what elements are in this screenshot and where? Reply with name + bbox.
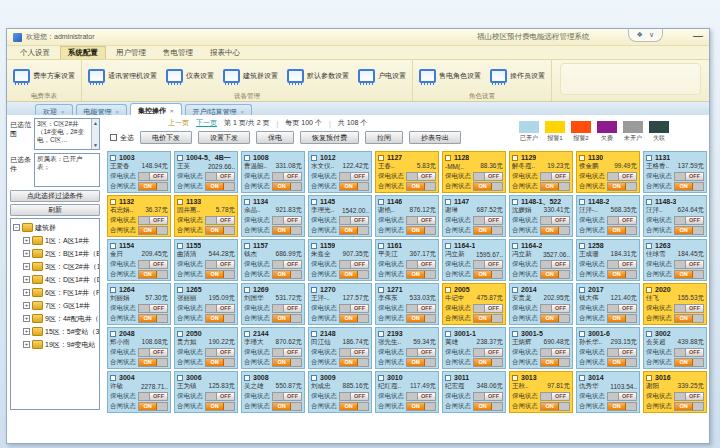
menu-item-报表中心[interactable]: 报表中心: [203, 47, 247, 59]
ribbon-button-建筑群设置[interactable]: 建筑群设置: [220, 67, 281, 85]
room-checkbox[interactable]: [110, 331, 116, 337]
room-card[interactable]: 1263佳球雪184.45元保电状态OFF合闸状态ON: [643, 239, 707, 281]
switch-status-toggle[interactable]: ON: [607, 270, 637, 279]
supply-status-toggle[interactable]: OFF: [607, 260, 637, 269]
room-checkbox[interactable]: [512, 287, 518, 293]
supply-status-toggle[interactable]: OFF: [272, 260, 302, 269]
switch-status-toggle[interactable]: ON: [339, 226, 369, 235]
supply-status-toggle[interactable]: OFF: [674, 260, 704, 269]
room-card[interactable]: 1265张丽丽195.09元保电状态OFF合闸状态ON: [174, 283, 238, 325]
room-card[interactable]: 2193张先生..59.34元保电状态OFF合闸状态ON: [375, 327, 439, 369]
switch-status-toggle[interactable]: ON: [607, 314, 637, 323]
supply-status-toggle[interactable]: OFF: [473, 216, 503, 225]
room-card[interactable]: 1159朱嘉全907.35元保电状态OFF合闸状态ON: [308, 239, 372, 281]
switch-status-toggle[interactable]: ON: [138, 314, 168, 323]
room-checkbox[interactable]: [646, 375, 652, 381]
room-card[interactable]: 3001-5王炳辉690.48元保电状态OFF合闸状态ON: [509, 327, 573, 369]
room-checkbox[interactable]: [378, 155, 384, 161]
switch-status-toggle[interactable]: ON: [540, 226, 570, 235]
room-card[interactable]: 2020佳飞155.53元保电状态OFF合闸状态ON: [643, 283, 707, 325]
supply-status-toggle[interactable]: OFF: [674, 172, 704, 181]
switch-status-toggle[interactable]: ON: [540, 270, 570, 279]
supply-status-toggle[interactable]: OFF: [138, 172, 168, 181]
room-checkbox[interactable]: [579, 199, 585, 205]
supply-status-toggle[interactable]: OFF: [674, 304, 704, 313]
room-card[interactable]: 2017钱大伟121.40元保电状态OFF合闸状态ON: [576, 283, 640, 325]
room-checkbox[interactable]: [646, 287, 652, 293]
supply-status-toggle[interactable]: OFF: [473, 392, 503, 401]
collapse-expander-icon[interactable]: −: [13, 224, 20, 231]
supply-status-toggle[interactable]: OFF: [272, 172, 302, 181]
switch-status-toggle[interactable]: ON: [272, 182, 302, 191]
menu-item-个人设置[interactable]: 个人设置: [13, 47, 57, 59]
room-card[interactable]: 3014仇秀华1103.54..保电状态OFF合闸状态ON: [576, 371, 640, 413]
supply-status-toggle[interactable]: OFF: [473, 304, 503, 313]
skin-control[interactable]: ❖ ∨: [628, 29, 663, 42]
switch-status-toggle[interactable]: ON: [674, 314, 704, 323]
menu-item-用户管理[interactable]: 用户管理: [109, 47, 153, 59]
room-card[interactable]: 3001-1黄雄238.37元保电状态OFF合闸状态ON: [442, 327, 506, 369]
switch-status-toggle[interactable]: ON: [607, 402, 637, 411]
supply-status-toggle[interactable]: OFF: [205, 348, 235, 357]
supply-status-toggle[interactable]: OFF: [674, 348, 704, 357]
room-card[interactable]: 3001-6孙长华..293.15元保电状态OFF合闸状态ON: [576, 327, 640, 369]
room-card[interactable]: 1148-3汪洋..624.64元保电状态OFF合闸状态ON: [643, 195, 707, 237]
room-checkbox[interactable]: [646, 155, 652, 161]
room-checkbox[interactable]: [445, 287, 451, 293]
room-card[interactable]: 1145李理光..1542.00..保电状态OFF合闸状态ON: [308, 195, 372, 237]
expand-icon[interactable]: +: [23, 263, 30, 270]
room-card[interactable]: 1134佘品..921.83元保电状态OFF合闸状态ON: [241, 195, 305, 237]
room-card[interactable]: 1008曹温韶..331.08元保电状态OFF合闸状态ON: [241, 151, 305, 193]
supply-status-toggle[interactable]: OFF: [205, 216, 235, 225]
switch-status-toggle[interactable]: ON: [205, 314, 235, 323]
switch-status-toggle[interactable]: ON: [540, 402, 570, 411]
supply-status-toggle[interactable]: OFF: [607, 216, 637, 225]
room-checkbox[interactable]: [445, 375, 451, 381]
ribbon-button-售电角色设置[interactable]: 售电角色设置: [416, 67, 484, 85]
ribbon-button-费率方案设置[interactable]: 费率方案设置: [10, 67, 78, 85]
room-card[interactable]: 1271李伟东533.03元保电状态OFF合闸状态ON: [375, 283, 439, 325]
supply-status-toggle[interactable]: OFF: [540, 260, 570, 269]
switch-status-toggle[interactable]: ON: [205, 402, 235, 411]
supply-status-toggle[interactable]: OFF: [540, 392, 570, 401]
room-checkbox[interactable]: [579, 155, 585, 161]
switch-status-toggle[interactable]: ON: [473, 358, 503, 367]
room-checkbox[interactable]: [512, 375, 518, 381]
supply-status-toggle[interactable]: OFF: [339, 216, 369, 225]
room-checkbox[interactable]: [110, 243, 116, 249]
supply-status-toggle[interactable]: OFF: [607, 392, 637, 401]
room-card[interactable]: 1133固井惠..5.78元保电状态OFF合闸状态ON: [174, 195, 238, 237]
room-checkbox[interactable]: [177, 287, 183, 293]
toolbar-button-恢复预付费[interactable]: 恢复预付费: [300, 131, 359, 144]
room-checkbox[interactable]: [244, 375, 250, 381]
room-checkbox[interactable]: [445, 155, 451, 161]
switch-status-toggle[interactable]: ON: [205, 226, 235, 235]
room-checkbox[interactable]: [177, 331, 183, 337]
room-card[interactable]: 2148田江仙186.74元保电状态OFF合闸状态ON: [308, 327, 372, 369]
tab-close-icon[interactable]: ×: [61, 109, 65, 115]
switch-status-toggle[interactable]: ON: [607, 358, 637, 367]
ribbon-button-仪表设置[interactable]: 仪表设置: [163, 67, 217, 85]
switch-status-toggle[interactable]: ON: [607, 182, 637, 191]
switch-status-toggle[interactable]: ON: [406, 270, 436, 279]
room-checkbox[interactable]: [311, 155, 317, 161]
tree-item[interactable]: +2区：B区1#井（B区1…: [23, 247, 99, 260]
supply-status-toggle[interactable]: OFF: [272, 216, 302, 225]
room-checkbox[interactable]: [579, 243, 585, 249]
switch-status-toggle[interactable]: ON: [339, 182, 369, 191]
supply-status-toggle[interactable]: OFF: [205, 392, 235, 401]
room-checkbox[interactable]: [244, 287, 250, 293]
switch-status-toggle[interactable]: ON: [473, 270, 503, 279]
supply-status-toggle[interactable]: OFF: [272, 348, 302, 357]
room-card[interactable]: 3004许敏2278.71..保电状态OFF合闸状态ON: [107, 371, 171, 413]
switch-status-toggle[interactable]: ON: [339, 358, 369, 367]
switch-status-toggle[interactable]: ON: [339, 402, 369, 411]
room-card[interactable]: 1012水文仪..122.42元保电状态OFF合闸状态ON: [308, 151, 372, 193]
switch-status-toggle[interactable]: ON: [406, 402, 436, 411]
toolbar-button-电价下发[interactable]: 电价下发: [140, 131, 192, 144]
room-card[interactable]: 1131王格香..137.59元保电状态OFF合闸状态ON: [643, 151, 707, 193]
room-card[interactable]: 1154金日209.45元保电状态OFF合闸状态ON: [107, 239, 171, 281]
switch-status-toggle[interactable]: ON: [272, 270, 302, 279]
toolbar-button-拉闸[interactable]: 拉闸: [365, 131, 403, 144]
switch-status-toggle[interactable]: ON: [674, 402, 704, 411]
